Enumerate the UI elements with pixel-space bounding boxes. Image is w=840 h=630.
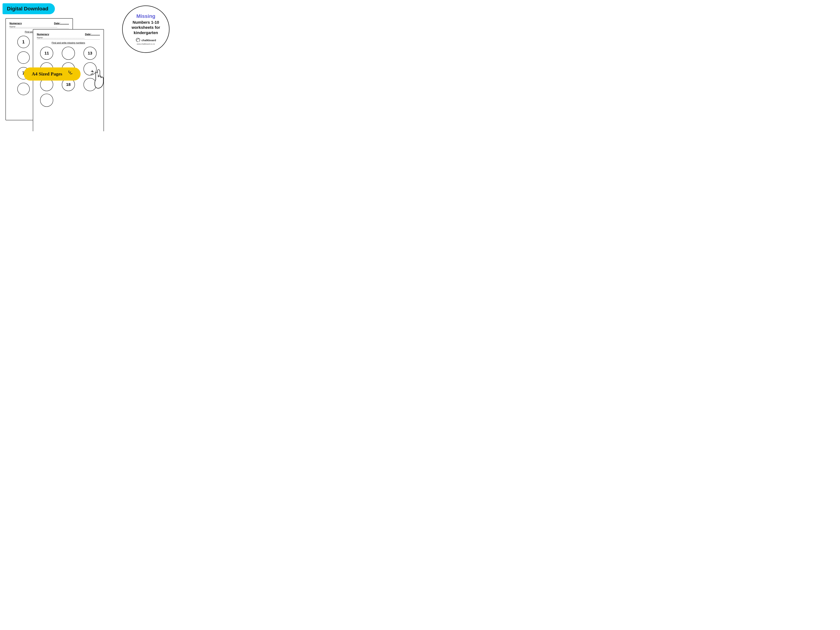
front-name: Name:...................................… — [37, 36, 100, 39]
back-date: Date:............ — [54, 22, 69, 25]
front-instruction: Find and write missing numbers — [37, 41, 100, 44]
circle-1: 1 — [17, 36, 30, 48]
info-circle: Missing Numbers 1-10 worksheets for kind… — [122, 5, 169, 53]
circle-empty-f6 — [40, 94, 53, 107]
circle-empty-2 — [17, 51, 30, 64]
front-subject: Numeracy — [37, 33, 49, 36]
sparkle-icon — [65, 70, 73, 77]
circle-11: 11 — [40, 47, 53, 60]
back-name: Name:...................................… — [9, 25, 69, 28]
circle-13: 13 — [84, 47, 96, 60]
svg-line-4 — [91, 74, 93, 74]
front-date: Date:............ — [85, 33, 100, 36]
description-text: Numbers 1-10 worksheets for kindergarten — [126, 20, 165, 36]
svg-line-2 — [70, 74, 72, 74]
circle-empty-4 — [17, 83, 30, 95]
a4-banner-label: A4 Sized Pages — [32, 71, 62, 77]
brand-name: chalkboard — [142, 39, 156, 42]
digital-download-badge: Digital Download — [3, 3, 55, 14]
brand-logo: chalkboard — [136, 38, 156, 43]
back-subject: Numeracy — [9, 22, 22, 25]
hand-cursor-icon — [89, 69, 107, 87]
brand-leaf-icon — [136, 38, 141, 43]
brand-url: www.chalkboard.co.nz — [137, 43, 155, 45]
a4-banner: A4 Sized Pages — [24, 68, 81, 81]
circle-empty-f1 — [62, 47, 75, 60]
missing-label: Missing — [136, 13, 155, 19]
svg-line-1 — [69, 72, 71, 73]
